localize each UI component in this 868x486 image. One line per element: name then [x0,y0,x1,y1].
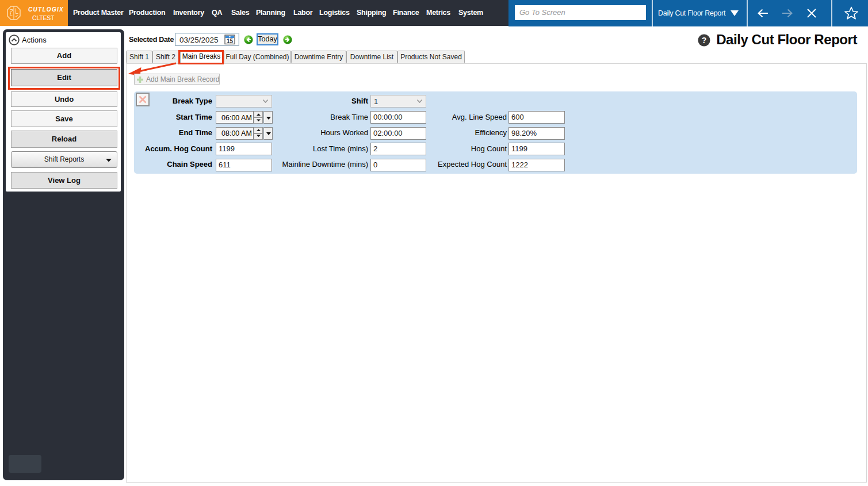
svg-text:?: ? [702,36,707,45]
svg-text:15: 15 [227,38,234,44]
